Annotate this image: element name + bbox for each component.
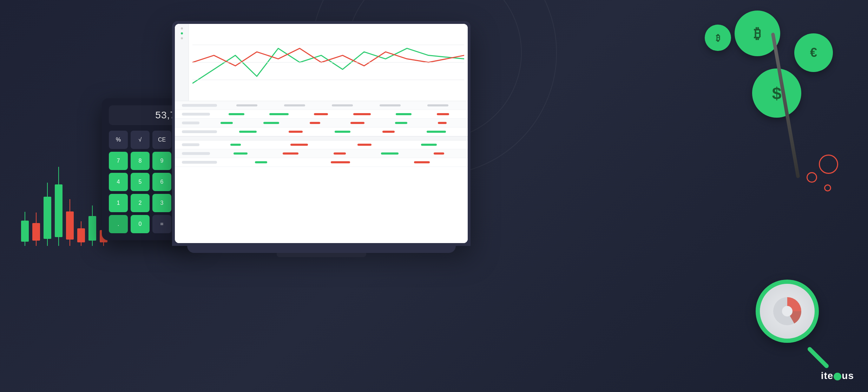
calc-btn-8[interactable]: 8 [131, 152, 150, 170]
coin-euro: € [794, 33, 833, 72]
bar-3-2 [289, 131, 303, 133]
row-label-5 [182, 152, 210, 155]
bar-2-4 [350, 122, 364, 124]
bar-5-1 [234, 152, 248, 155]
bar-2-5 [395, 122, 407, 124]
candle-6 [77, 221, 85, 246]
bar-1-3 [314, 113, 328, 115]
laptop-screen [172, 21, 471, 246]
bar-2-6 [438, 122, 447, 124]
coin-btc-small: ₿ [705, 25, 731, 51]
bar-3-3 [335, 131, 350, 133]
sidebar-dot-3 [181, 37, 183, 39]
table-header-row [175, 101, 468, 110]
row-label-4 [182, 143, 199, 146]
bar-5-5 [434, 152, 444, 155]
calc-btn-percent[interactable]: % [109, 131, 128, 149]
col-headers [224, 104, 461, 106]
row-label-2 [182, 122, 199, 124]
row-bars-4 [206, 144, 461, 146]
col-header-1 [182, 104, 217, 107]
row-bars-5 [217, 152, 461, 155]
deco-circle-1 [819, 155, 838, 174]
bar-6-2 [331, 161, 350, 163]
candle-1 [21, 212, 29, 246]
bar-5-4 [381, 152, 399, 155]
col-h-2 [284, 104, 305, 106]
calc-btn-6[interactable]: 6 [152, 173, 171, 191]
calc-btn-3[interactable]: 3 [152, 194, 171, 212]
bar-1-1 [229, 113, 244, 115]
laptop-stand [277, 253, 366, 257]
calc-btn-sqrt[interactable]: √ [131, 131, 150, 149]
col-h-4 [380, 104, 401, 106]
magnifier-handle [807, 346, 829, 369]
calc-btn-0[interactable]: 0 [131, 215, 150, 233]
svg-point-4 [782, 306, 793, 316]
pie-chart [770, 294, 805, 329]
candle-5 [66, 199, 74, 246]
deco-circle-2 [807, 172, 817, 183]
screen-chart [175, 24, 468, 101]
row-label-6 [182, 161, 217, 164]
table-row-1 [175, 110, 468, 119]
calc-btn-2[interactable]: 2 [131, 194, 150, 212]
logo: iteus [821, 370, 854, 381]
screen-sidebar [175, 24, 189, 101]
bar-1-4 [353, 113, 371, 115]
screen-content [175, 24, 468, 243]
table-row-4 [175, 141, 468, 149]
bar-2-2 [263, 122, 279, 124]
table-row-6 [175, 158, 468, 167]
bar-4-2 [290, 144, 308, 146]
bar-1-5 [396, 113, 412, 115]
bar-4-1 [230, 144, 241, 146]
bar-3-4 [382, 131, 395, 133]
calc-btn-ce[interactable]: CE [152, 131, 171, 149]
candle-3 [44, 183, 51, 246]
bar-2-1 [221, 122, 233, 124]
calc-btn-7[interactable]: 7 [109, 152, 128, 170]
candle-4 [55, 167, 63, 246]
table-row-3 [175, 128, 468, 136]
row-bars-2 [206, 122, 461, 124]
bar-2-3 [310, 122, 320, 124]
logo-highlight [834, 373, 841, 380]
row-bars-6 [224, 161, 461, 163]
candle-2 [32, 213, 40, 246]
sidebar-dot-1 [181, 27, 183, 30]
bar-4-3 [357, 144, 371, 146]
bar-6-3 [414, 161, 430, 163]
bar-1-2 [269, 113, 289, 115]
calc-btn-9[interactable]: 9 [152, 152, 171, 170]
row-bars-1 [217, 113, 461, 115]
coin-dollar: $ [752, 68, 801, 118]
bar-3-1 [239, 131, 257, 133]
table-row-2 [175, 119, 468, 128]
calc-btn-4[interactable]: 4 [109, 173, 128, 191]
bar-1-6 [437, 113, 449, 115]
bar-4-4 [421, 144, 437, 146]
bar-5-2 [283, 152, 298, 155]
col-h-1 [236, 104, 257, 106]
bar-5-3 [334, 152, 346, 155]
col-h-5 [427, 104, 448, 106]
calc-btn-5[interactable]: 5 [131, 173, 150, 191]
calc-btn-1[interactable]: 1 [109, 194, 128, 212]
laptop-base [187, 246, 456, 253]
magnifier [756, 280, 819, 343]
calc-btn-equals[interactable]: = [152, 215, 171, 233]
magnifier-glass [756, 280, 819, 343]
line-chart-svg [192, 27, 464, 97]
section-divider [175, 136, 468, 141]
chart-area [189, 24, 468, 101]
row-bars-3 [224, 131, 461, 133]
deco-circle-3 [824, 184, 831, 191]
bar-3-5 [427, 131, 446, 133]
col-h-3 [332, 104, 353, 106]
sidebar-dot-2 [181, 32, 183, 34]
screen-table-1 [175, 101, 468, 243]
table-row-5 [175, 149, 468, 158]
calc-btn-dot[interactable]: . [109, 215, 128, 233]
row-label-1 [182, 113, 210, 116]
